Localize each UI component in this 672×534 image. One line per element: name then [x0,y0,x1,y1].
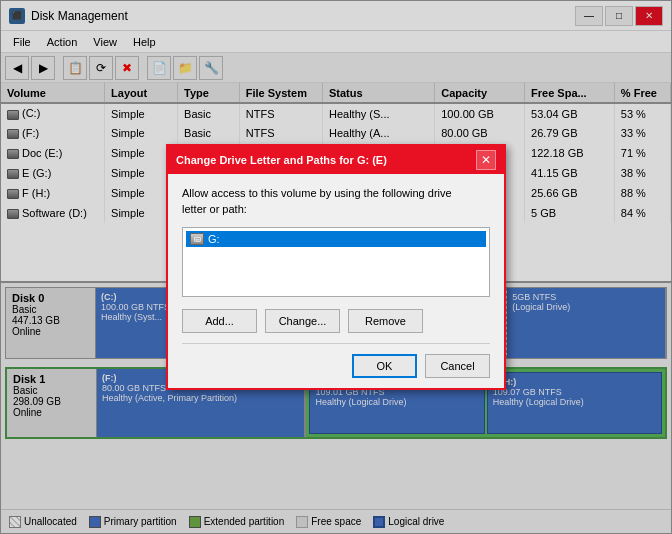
dialog-add-button[interactable]: Add... [182,309,257,333]
dialog-body: Allow access to this volume by using the… [168,174,504,388]
drive-letter-label: G: [208,233,220,245]
drive-icon: 🖴 [190,233,204,245]
dialog-description: Allow access to this volume by using the… [182,186,490,217]
dialog-title: Change Drive Letter and Paths for G: (E) [176,154,476,166]
dialog-close-button[interactable]: ✕ [476,150,496,170]
dialog-cancel-button[interactable]: Cancel [425,354,490,378]
dialog-title-bar: Change Drive Letter and Paths for G: (E)… [168,146,504,174]
dialog-action-buttons: Add... Change... Remove [182,309,490,333]
dialog-overlay: Change Drive Letter and Paths for G: (E)… [0,0,672,534]
dialog-ok-cancel-row: OK Cancel [182,343,490,378]
dialog-list-item-g[interactable]: 🖴 G: [186,231,486,247]
dialog-remove-button[interactable]: Remove [348,309,423,333]
dialog-ok-button[interactable]: OK [352,354,417,378]
dialog-drive-list[interactable]: 🖴 G: [182,227,490,297]
dialog-change-button[interactable]: Change... [265,309,340,333]
change-drive-letter-dialog: Change Drive Letter and Paths for G: (E)… [166,144,506,390]
